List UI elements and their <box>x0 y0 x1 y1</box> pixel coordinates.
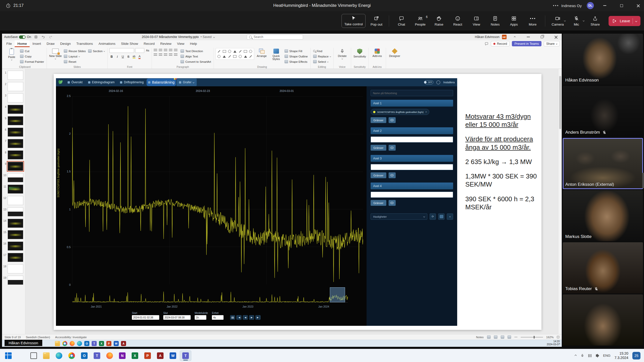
language-indicator[interactable]: Swedish (Sweden) <box>26 336 50 339</box>
jump-start-button[interactable] <box>236 315 242 320</box>
shape-effects-button[interactable]: Shape Effects <box>284 59 309 64</box>
zoom-slider[interactable] <box>521 337 543 337</box>
cut-button[interactable]: Cut <box>19 49 45 53</box>
pp-minimize-button[interactable] <box>523 34 534 40</box>
accessibility-status[interactable]: Accessibility: Investigate <box>55 336 87 339</box>
series-search-box[interactable] <box>371 90 453 96</box>
take-control-button[interactable]: Take control <box>341 14 366 28</box>
strikethrough-button[interactable] <box>126 54 131 59</box>
layout-button[interactable]: Layout <box>63 54 87 59</box>
maximize-button[interactable] <box>616 0 627 11</box>
slide-thumbnail[interactable] <box>8 139 23 148</box>
participant-tile[interactable]: Markus Slotte <box>563 190 643 241</box>
ribbon-tab[interactable]: File <box>4 40 15 47</box>
zoom-level[interactable]: 162% <box>546 336 554 339</box>
tray-expand-icon[interactable] <box>575 354 577 356</box>
series-input[interactable] <box>371 164 453 170</box>
numbering-button[interactable] <box>159 49 162 52</box>
slide-thumbnail[interactable] <box>8 196 23 205</box>
account-icon[interactable] <box>436 81 440 84</box>
increase-indent-button[interactable] <box>169 49 172 52</box>
ribbon-tab[interactable]: Animations <box>96 40 118 47</box>
shape-fill-button[interactable]: Shape Fill <box>284 49 309 53</box>
copy-button[interactable]: Copy <box>19 54 45 59</box>
tray-mic-icon[interactable] <box>580 354 584 357</box>
record-button[interactable]: Record <box>491 41 510 46</box>
leave-options-chevron-icon[interactable] <box>635 20 637 22</box>
office-search-box[interactable] <box>247 35 303 39</box>
camera-button[interactable]: Camera <box>548 16 567 26</box>
replace-button[interactable]: Replace <box>312 54 332 59</box>
install-link[interactable]: Installera <box>443 81 455 84</box>
limits-button[interactable]: Gränser <box>371 117 386 123</box>
present-in-teams-button[interactable]: Present in Teams <box>512 41 541 46</box>
undo-button[interactable] <box>41 34 46 39</box>
participant-tile[interactable]: Anton Eriksson (External) <box>563 138 643 189</box>
shared-app-firefox-icon[interactable] <box>70 341 75 346</box>
jump-end-button[interactable] <box>255 315 260 320</box>
raise-hand-button[interactable]: Raise <box>430 16 448 26</box>
taskbar-app-acrobat-icon[interactable] <box>154 350 166 361</box>
people-button[interactable]: 6 People <box>411 16 430 26</box>
slide-thumbnail[interactable] <box>8 150 23 159</box>
slide[interactable]: Översikt Eldningsdiagram <box>54 74 541 330</box>
main-signal-plot[interactable] <box>72 96 363 284</box>
shared-app-teams-icon[interactable] <box>92 341 97 346</box>
slide-thumbnail[interactable] <box>8 264 23 273</box>
notification-count-badge[interactable]: 25 <box>632 352 640 359</box>
autosave-toggle[interactable]: AutoSave On <box>4 35 31 39</box>
slide-thumbnail[interactable] <box>8 82 23 91</box>
ribbon-display-options-button[interactable] <box>509 34 520 40</box>
axis-header[interactable]: Axel 3 <box>371 155 453 162</box>
network-icon[interactable] <box>588 354 592 357</box>
taskbar-app-chrome-icon[interactable] <box>66 350 77 361</box>
new-slide-button[interactable]: New Slide <box>49 48 62 59</box>
slideshow-view-button[interactable] <box>508 335 511 339</box>
taskbar-app-taskview-icon[interactable] <box>28 350 39 361</box>
zoom-out-button[interactable] <box>514 337 517 337</box>
align-right-button[interactable] <box>164 53 167 56</box>
line-spacing-button[interactable] <box>174 49 177 52</box>
end-datetime-input[interactable] <box>163 315 191 320</box>
step-back-button[interactable] <box>243 315 248 320</box>
italic-button[interactable] <box>115 54 119 59</box>
save-button[interactable] <box>33 34 38 39</box>
shared-app-edge-icon[interactable] <box>77 341 82 346</box>
react-button[interactable]: React <box>448 16 467 26</box>
slide-thumbnail[interactable] <box>8 242 23 251</box>
align-center-button[interactable] <box>159 53 162 56</box>
font-color-button[interactable] <box>137 54 142 59</box>
quick-styles-button[interactable]: Quick Styles <box>269 48 283 61</box>
taskbar-clock[interactable]: 15:20 7.3.2024 <box>615 351 629 360</box>
ribbon-tab[interactable]: Insert <box>30 40 44 47</box>
share-document-button[interactable]: Share <box>544 41 560 46</box>
slide-thumbnail[interactable] <box>8 173 23 182</box>
ribbon-tab[interactable]: Slide Show <box>118 40 141 47</box>
remove-series-icon[interactable]: × <box>425 111 427 113</box>
ribbon-tab[interactable]: View <box>174 40 187 47</box>
notes-button[interactable]: Notes <box>486 16 505 26</box>
align-text-button[interactable]: Align Text <box>180 54 212 59</box>
shapes-gallery[interactable] <box>216 48 254 60</box>
align-left-button[interactable] <box>154 53 157 56</box>
visibility-toggle-button[interactable] <box>389 200 396 206</box>
notes-toggle[interactable]: Notes <box>476 336 484 339</box>
slide-thumbnail[interactable] <box>8 276 23 285</box>
series-legend-chip[interactable]: SGN07/C5/F001 ångflöde gaskvalitet (kg/s… <box>371 109 429 115</box>
ribbon-tab[interactable]: Home <box>15 40 30 47</box>
limits-button[interactable]: Gränser <box>371 172 386 178</box>
slide-thumbnail[interactable] <box>8 105 23 114</box>
text-direction-button[interactable]: Text Direction <box>180 49 212 53</box>
reading-view-button[interactable] <box>501 335 504 339</box>
limits-button[interactable]: Gränser <box>371 200 386 206</box>
apps-button[interactable]: Apps <box>505 16 523 26</box>
speeds-dropdown[interactable]: Hastigheter <box>371 213 427 220</box>
delete-button[interactable]: × <box>447 213 453 220</box>
font-name-box[interactable] <box>109 48 134 53</box>
dashboard-nav-item[interactable]: Driftoptimering <box>117 78 146 86</box>
mic-button[interactable]: Mic <box>567 16 586 26</box>
visibility-toggle-button[interactable] <box>389 117 396 123</box>
slide-thumbnail[interactable] <box>8 253 23 262</box>
pp-close-button[interactable] <box>550 34 561 40</box>
share-button[interactable]: Share <box>586 16 605 26</box>
